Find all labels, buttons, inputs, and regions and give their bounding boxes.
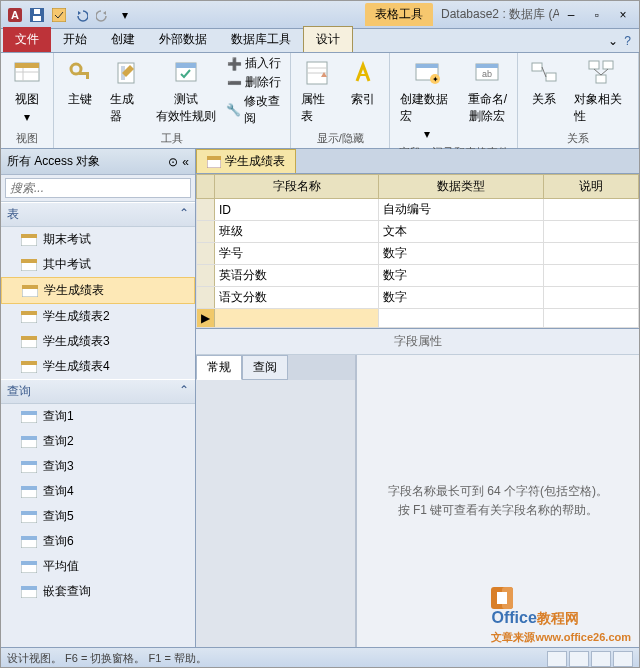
create-macro-button[interactable]: ✦ 创建数据宏▾	[396, 55, 457, 143]
svg-rect-22	[416, 64, 438, 68]
propsheet-label: 属性表	[301, 91, 333, 125]
nav-table-item[interactable]: 期末考试	[1, 227, 195, 252]
view-icon	[11, 57, 43, 89]
svg-line-35	[601, 69, 608, 75]
property-sheet-button[interactable]: 属性表	[297, 55, 337, 127]
view-sql-button[interactable]	[591, 651, 611, 667]
relationships-button[interactable]: 关系	[524, 55, 564, 110]
svg-rect-57	[21, 511, 37, 515]
tab-home[interactable]: 开始	[51, 27, 99, 52]
search-input[interactable]	[5, 178, 191, 198]
svg-text:✦: ✦	[432, 75, 439, 84]
prop-tabs-panel: 常规 查阅	[196, 355, 356, 647]
builder-button[interactable]: 生成器	[106, 55, 146, 127]
tab-general[interactable]: 常规	[196, 355, 242, 380]
nav-group-header[interactable]: 表⌃	[1, 202, 195, 227]
nav-title: 所有 Access 对象	[7, 153, 168, 170]
qat-customize-icon[interactable]: ▾	[115, 5, 135, 25]
table-icon	[21, 234, 37, 246]
nav-query-item[interactable]: 查询3	[1, 454, 195, 479]
nav-query-item[interactable]: 查询5	[1, 504, 195, 529]
help-icon[interactable]: ?	[624, 34, 631, 48]
svg-rect-51	[21, 436, 37, 440]
view-form-button[interactable]	[613, 651, 633, 667]
tab-file[interactable]: 文件	[3, 27, 51, 52]
table-icon	[21, 361, 37, 373]
insert-row-button[interactable]: ➕插入行	[226, 55, 284, 72]
view-button[interactable]: 视图 ▾	[7, 55, 47, 126]
svg-rect-53	[21, 461, 37, 465]
nav-collapse-icon[interactable]: «	[182, 155, 189, 169]
table-icon	[21, 336, 37, 348]
query-icon	[21, 536, 37, 548]
test-rules-button[interactable]: 测试 有效性规则	[152, 55, 220, 127]
redo-icon[interactable]	[93, 5, 113, 25]
svg-rect-49	[21, 411, 37, 415]
table-icon	[21, 311, 37, 323]
key-icon	[64, 57, 96, 89]
nav-group-header[interactable]: 查询⌃	[1, 379, 195, 404]
close-button[interactable]: ×	[611, 8, 635, 22]
row-ops: ➕插入行 ➖删除行 🔧修改查阅	[226, 55, 284, 127]
minimize-button[interactable]: –	[559, 8, 583, 22]
watermark-url: 文章来源www.office26.com	[491, 631, 631, 643]
nav-query-item[interactable]: 平均值	[1, 554, 195, 579]
nav-query-item[interactable]: 查询1	[1, 404, 195, 429]
restore-button[interactable]: ▫	[585, 8, 609, 22]
nav-header[interactable]: 所有 Access 对象 ⊙ «	[1, 149, 195, 175]
save-icon[interactable]	[27, 5, 47, 25]
modify-lookup-button[interactable]: 🔧修改查阅	[226, 93, 284, 127]
tab-dbtools[interactable]: 数据库工具	[219, 27, 303, 52]
tab-design[interactable]: 设计	[303, 26, 353, 52]
qat-unknown-icon[interactable]	[49, 5, 69, 25]
rename-macro-button[interactable]: ab 重命名/ 删除宏	[464, 55, 511, 127]
svg-rect-61	[21, 561, 37, 565]
svg-rect-65	[207, 156, 221, 160]
dependencies-button[interactable]: 对象相关性	[570, 55, 632, 127]
object-tab-label: 学生成绩表	[225, 153, 285, 170]
group-tools: 主键 生成器 测试 有效性规则 ➕插入行 ➖删除行 🔧修改查阅 工具	[54, 53, 291, 148]
view-label: 视图	[15, 91, 39, 108]
svg-rect-47	[21, 361, 37, 365]
tab-external[interactable]: 外部数据	[147, 27, 219, 52]
nav-query-item[interactable]: 嵌套查询	[1, 579, 195, 604]
nav-query-item[interactable]: 查询6	[1, 529, 195, 554]
group-relationships: 关系 对象相关性 关系	[518, 53, 639, 148]
main-area: 学生成绩表 字段名称数据类型说明ID自动编号班级文本学号数字英语分数数字语文分数…	[196, 149, 639, 647]
svg-rect-7	[15, 63, 39, 68]
view-datasheet-button[interactable]	[547, 651, 567, 667]
undo-icon[interactable]	[71, 5, 91, 25]
nav-dropdown-icon[interactable]: ⊙	[168, 155, 178, 169]
builder-label: 生成器	[110, 91, 142, 125]
nav-table-item[interactable]: 其中考试	[1, 252, 195, 277]
object-tab-active[interactable]: 学生成绩表	[196, 149, 296, 173]
svg-rect-41	[22, 285, 38, 289]
svg-rect-26	[476, 64, 498, 68]
window-title: Database2 : 数据库 (Access 20...	[441, 6, 559, 23]
tab-lookup[interactable]: 查阅	[242, 355, 288, 380]
view-design-button[interactable]	[569, 651, 589, 667]
test-icon	[170, 57, 202, 89]
ribbon-minimize-icon[interactable]: ⌄	[608, 34, 618, 48]
delete-row-button[interactable]: ➖删除行	[226, 74, 284, 91]
dependencies-icon	[585, 57, 617, 89]
nav-table-item[interactable]: 学生成绩表	[1, 277, 195, 304]
design-grid[interactable]: 字段名称数据类型说明ID自动编号班级文本学号数字英语分数数字语文分数数字▶	[196, 174, 639, 329]
nav-query-item[interactable]: 查询4	[1, 479, 195, 504]
modify-lookup-icon: 🔧	[226, 102, 241, 118]
nav-table-item[interactable]: 学生成绩表2	[1, 304, 195, 329]
tab-create[interactable]: 创建	[99, 27, 147, 52]
index-button[interactable]: 索引	[343, 55, 383, 110]
svg-rect-16	[176, 63, 196, 68]
navigation-pane: 所有 Access 对象 ⊙ « 表⌃期末考试其中考试学生成绩表学生成绩表2学生…	[1, 149, 196, 647]
dropdown-icon: ▾	[24, 110, 30, 124]
nav-query-item[interactable]: 查询2	[1, 429, 195, 454]
primary-key-button[interactable]: 主键	[60, 55, 100, 110]
nav-table-item[interactable]: 学生成绩表4	[1, 354, 195, 379]
table-icon	[207, 156, 221, 168]
group-view: 视图 ▾ 视图	[1, 53, 54, 148]
quick-access-toolbar: A ▾	[5, 5, 135, 25]
nav-table-item[interactable]: 学生成绩表3	[1, 329, 195, 354]
app-icon[interactable]: A	[5, 5, 25, 25]
svg-rect-63	[21, 586, 37, 590]
